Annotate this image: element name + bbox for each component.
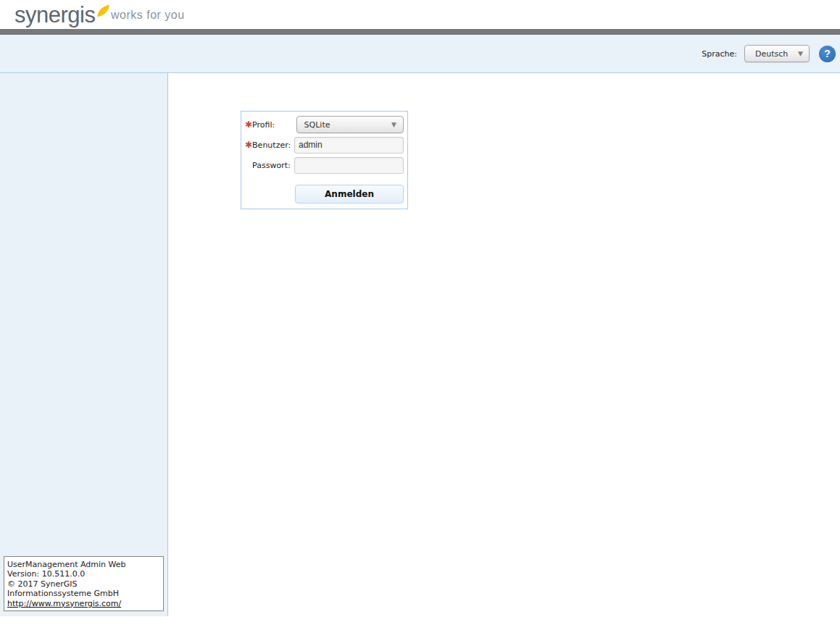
product-name: UserManagement Admin Web	[7, 560, 161, 570]
password-row: ✱ Passwort:	[245, 155, 404, 175]
language-dropdown-value: Deutsch	[755, 49, 788, 59]
password-label-text: Passwort:	[252, 161, 291, 170]
question-mark-icon: ?	[824, 48, 831, 59]
user-label: ✱ Benutzer:	[245, 140, 294, 150]
sidebar: UserManagement Admin Web Version: 10.511…	[0, 73, 168, 616]
user-input[interactable]	[294, 137, 404, 154]
logo-leaf-icon	[96, 4, 111, 18]
app-header: synergis works for you	[0, 0, 840, 29]
login-form: ✱ Profil: SQLite ▼ ✱ Benutzer: ✱ Pass	[241, 111, 408, 209]
profile-dropdown-value: SQLite	[304, 120, 330, 130]
mysynergis-link[interactable]: http://www.mysynergis.com/	[7, 599, 121, 609]
version-text: Version: 10.511.0.0	[7, 569, 161, 579]
profile-dropdown[interactable]: SQLite ▼	[296, 116, 404, 133]
required-icon: ✱	[245, 140, 252, 149]
chevron-down-icon: ▼	[391, 122, 396, 128]
logo-tagline: works for you	[111, 9, 185, 22]
user-row: ✱ Benutzer:	[245, 135, 404, 155]
password-input[interactable]	[294, 157, 404, 174]
profile-row: ✱ Profil: SQLite ▼	[245, 114, 404, 135]
user-label-text: Benutzer:	[252, 140, 291, 150]
language-label: Sprache:	[702, 49, 737, 59]
login-button[interactable]: Anmelden	[295, 185, 404, 203]
toolbar: Sprache: Deutsch ▼ ?	[0, 35, 840, 73]
content-area: UserManagement Admin Web Version: 10.511…	[0, 73, 840, 616]
submit-row: Anmelden	[245, 185, 404, 203]
version-info-box: UserManagement Admin Web Version: 10.511…	[4, 556, 164, 612]
copyright-text: © 2017 SynerGIS Informationssysteme GmbH	[7, 579, 161, 599]
synergis-logo: synergis	[14, 1, 111, 29]
profile-label-text: Profil:	[252, 120, 275, 130]
profile-label: ✱ Profil:	[245, 120, 296, 130]
required-icon: ✱	[245, 120, 252, 129]
help-button[interactable]: ?	[819, 46, 836, 62]
main-panel: ✱ Profil: SQLite ▼ ✱ Benutzer: ✱ Pass	[168, 73, 840, 616]
chevron-down-icon: ▼	[798, 51, 803, 57]
logo-text: synergis	[14, 1, 95, 29]
header-divider-bar	[0, 29, 840, 35]
language-dropdown[interactable]: Deutsch ▼	[744, 45, 810, 62]
password-label: ✱ Passwort:	[245, 161, 294, 170]
